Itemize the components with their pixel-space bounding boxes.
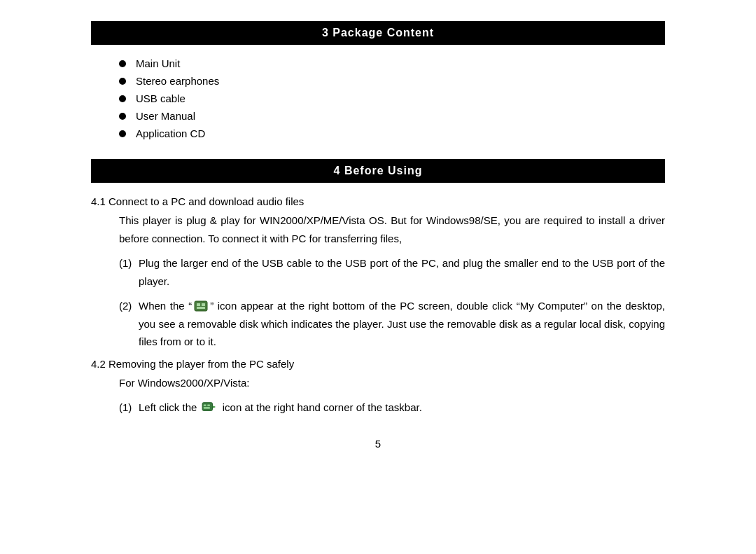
numbered-list-4-2: (1)Left click the icon at the right hand…: [119, 399, 665, 417]
bullet-dot-icon: [119, 130, 126, 137]
page-number: 5: [91, 438, 665, 450]
bullet-dot-icon: [119, 78, 126, 85]
bullet-dot-icon: [119, 60, 126, 67]
subsection-4-2: 4.2 Removing the player from the PC safe…: [91, 358, 665, 417]
subsection-4-1-title: 4.1 Connect to a PC and download audio f…: [91, 195, 665, 207]
safe-remove-icon: [202, 401, 218, 415]
numbered-list-item: (1)Plug the larger end of the USB cable …: [119, 254, 665, 290]
svg-marker-8: [213, 406, 216, 408]
page-container: 3 Package Content Main UnitStereo earpho…: [77, 21, 679, 450]
list-item: Stereo earphones: [119, 75, 665, 87]
bullet-dot-icon: [119, 113, 126, 120]
svg-rect-6: [207, 404, 210, 406]
svg-rect-2: [202, 303, 205, 306]
list-item: Application CD: [119, 127, 665, 139]
list-item: USB cable: [119, 92, 665, 104]
svg-rect-4: [202, 403, 212, 411]
subsection-4-1-body: This player is plug & play for WIN2000/X…: [119, 212, 665, 247]
svg-rect-7: [203, 407, 209, 409]
section-4: 4 Before Using 4.1 Connect to a PC and d…: [91, 159, 665, 417]
section-3: 3 Package Content Main UnitStereo earpho…: [91, 21, 665, 139]
section-3-header: 3 Package Content: [91, 21, 665, 45]
numbered-list-item: (1)Left click the icon at the right hand…: [119, 399, 665, 417]
list-item: User Manual: [119, 110, 665, 122]
numbered-list-item: (2)When the “ ” icon appear at the right…: [119, 297, 665, 351]
svg-rect-0: [195, 301, 207, 311]
svg-rect-5: [203, 404, 206, 406]
subsection-4-2-title: 4.2 Removing the player from the PC safe…: [91, 358, 665, 370]
package-list: Main UnitStereo earphonesUSB cableUser M…: [119, 57, 665, 139]
bullet-dot-icon: [119, 95, 126, 102]
numbered-list-4-1: (1)Plug the larger end of the USB cable …: [119, 254, 665, 351]
svg-rect-1: [197, 303, 200, 306]
usb-icon: [193, 300, 209, 312]
subsection-4-1: 4.1 Connect to a PC and download audio f…: [91, 195, 665, 351]
svg-rect-3: [197, 307, 205, 309]
subsection-4-2-body: For Windows2000/XP/Vista:: [119, 374, 665, 392]
list-item: Main Unit: [119, 57, 665, 69]
section-4-header: 4 Before Using: [91, 159, 665, 183]
